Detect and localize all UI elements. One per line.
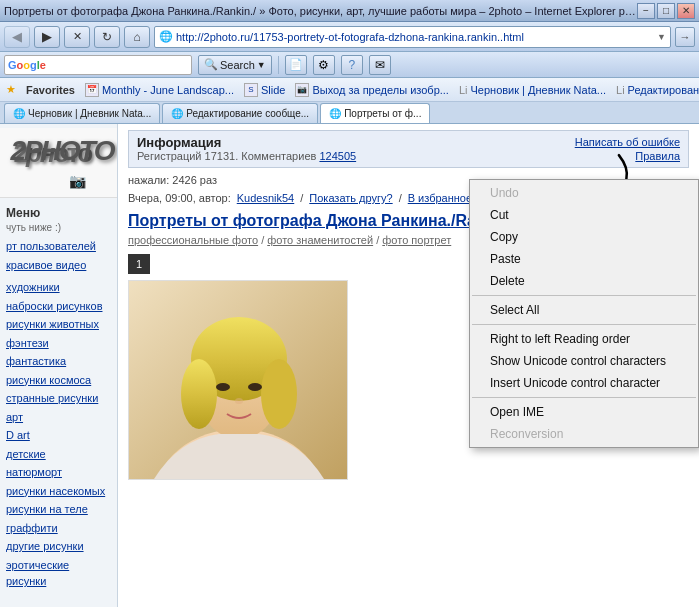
sidebar-link-12[interactable]: детские	[0, 445, 117, 464]
sidebar-link-5[interactable]: рисунки животных	[0, 315, 117, 334]
sidebar-link-18[interactable]: эротические рисунки	[0, 556, 117, 591]
search-button[interactable]: 🔍 Search ▼	[198, 55, 272, 75]
search-dropdown-icon: ▼	[257, 60, 266, 70]
svg-point-9	[235, 398, 243, 404]
ctx-undo[interactable]: Undo	[470, 182, 698, 204]
show-friend-link[interactable]: Показать другу?	[309, 192, 392, 204]
ctx-sep-3	[472, 397, 696, 398]
ctx-sep-2	[472, 324, 696, 325]
address-dropdown-icon[interactable]: ▼	[657, 32, 666, 42]
comments-link[interactable]: 124505	[319, 150, 356, 162]
title-bar: Портреты от фотографа Джона Ранкина./Ran…	[0, 0, 699, 22]
sidebar-link-14[interactable]: рисунки насекомых	[0, 482, 117, 501]
sidebar-link-8[interactable]: рисунки космоса	[0, 371, 117, 390]
fav-label-4: Редактирование сообще...	[628, 84, 699, 96]
google-search-input[interactable]	[48, 59, 188, 71]
home-button[interactable]: ⌂	[124, 26, 150, 48]
address-text: http://2photo.ru/11753-portrety-ot-fotog…	[176, 31, 657, 43]
favorites-item-0[interactable]: 📅 Monthly - June Landscap...	[85, 83, 234, 97]
svg-point-5	[181, 359, 217, 429]
extra-button[interactable]: ✉	[369, 55, 391, 75]
ctx-copy[interactable]: Copy	[470, 226, 698, 248]
favorites-item-4[interactable]: Li Редактирование сообще...	[616, 84, 699, 96]
sidebar-link-7[interactable]: фантастика	[0, 352, 117, 371]
sidebar-link-9[interactable]: странные рисунки	[0, 389, 117, 408]
tab-2[interactable]: 🌐 Портреты от ф...	[320, 103, 430, 123]
window-title: Портреты от фотографа Джона Ранкина./Ran…	[4, 5, 637, 17]
portrait-svg	[129, 280, 347, 479]
main-content: 2рното 2РНОТO 📷 Меню чуть ниже :) рт пол…	[0, 124, 699, 607]
favorites-star: ★	[6, 83, 16, 96]
tab-label-1: Редактирование сообще...	[186, 108, 309, 119]
address-bar[interactable]: 🌐 http://2photo.ru/11753-portrety-ot-fot…	[154, 26, 671, 48]
favorites-item-1[interactable]: S Slide	[244, 83, 285, 97]
svg-point-7	[216, 383, 230, 391]
close-button[interactable]: ✕	[677, 3, 695, 19]
tools-button[interactable]: ⚙	[313, 55, 335, 75]
sidebar-link-1[interactable]: красивое видео	[0, 256, 117, 275]
write-error-link[interactable]: Написать об ошибке	[575, 136, 680, 148]
ctx-delete[interactable]: Delete	[470, 270, 698, 292]
help-button[interactable]: ?	[341, 55, 363, 75]
ctx-insert-unicode[interactable]: Insert Unicode control character	[470, 372, 698, 394]
go-button[interactable]: →	[675, 27, 695, 47]
forward-button[interactable]: ▶	[34, 26, 60, 48]
ctx-sep-1	[472, 295, 696, 296]
fav-icon-1: S	[244, 83, 258, 97]
sidebar-link-10[interactable]: арт	[0, 408, 117, 427]
info-title: Информация	[137, 135, 356, 150]
sidebar-link-11[interactable]: D art	[0, 426, 117, 445]
breadcrumb-3[interactable]: фото портрет	[382, 234, 451, 246]
tabs-bar: 🌐 Черновик | Дневник Nata... 🌐 Редактиро…	[0, 102, 699, 124]
tab-0[interactable]: 🌐 Черновик | Дневник Nata...	[4, 103, 160, 123]
ctx-cut[interactable]: Cut	[470, 204, 698, 226]
ctx-paste[interactable]: Paste	[470, 248, 698, 270]
address-icon: 🌐	[159, 30, 173, 43]
sidebar-link-0[interactable]: рт пользователей	[0, 237, 117, 256]
maximize-button[interactable]: □	[657, 3, 675, 19]
info-sub-text: Регистраций 17131. Комментариев	[137, 150, 316, 162]
search-label: Search	[220, 59, 255, 71]
sidebar-link-16[interactable]: граффити	[0, 519, 117, 538]
sidebar-link-17[interactable]: другие рисунки	[0, 537, 117, 556]
sidebar-link-13[interactable]: натюрморт	[0, 463, 117, 482]
refresh-button[interactable]: ↻	[94, 26, 120, 48]
sidebar-link-6[interactable]: фэнтези	[0, 334, 117, 353]
tab-label-0: Черновик | Дневник Nata...	[28, 108, 151, 119]
ctx-open-ime[interactable]: Open IME	[470, 401, 698, 423]
svg-point-8	[248, 383, 262, 391]
fav-icon-4: Li	[616, 84, 625, 96]
post-author-link[interactable]: Kudesnik54	[237, 192, 295, 204]
toolbar-separator	[278, 56, 279, 74]
ctx-rtl[interactable]: Right to left Reading order	[470, 328, 698, 350]
info-section: Информация Регистраций 17131. Комментари…	[128, 130, 689, 168]
page-button[interactable]: 📄	[285, 55, 307, 75]
sidebar-link-3[interactable]: художники	[0, 278, 117, 297]
breadcrumb-1[interactable]: профессиональные фото	[128, 234, 258, 246]
toolbar2: Google 🔍 Search ▼ 📄 ⚙ ? ✉	[0, 52, 699, 78]
separator2: /	[399, 192, 402, 204]
google-search-box: Google	[4, 55, 192, 75]
info-right: Написать об ошибке Правила	[575, 135, 680, 163]
stop-button[interactable]: ✕	[64, 26, 90, 48]
ctx-show-unicode[interactable]: Show Unicode control characters	[470, 350, 698, 372]
tab-1[interactable]: 🌐 Редактирование сообще...	[162, 103, 318, 123]
favorites-item-3[interactable]: Li Черновик | Дневник Nata...	[459, 84, 606, 96]
back-button[interactable]: ◀	[4, 26, 30, 48]
breadcrumb-2[interactable]: фото знаменитостей	[267, 234, 373, 246]
badge-number: 1	[136, 258, 142, 270]
favorites-label: Favorites	[26, 84, 75, 96]
favorites-link[interactable]: В избранное	[408, 192, 472, 204]
ctx-reconversion[interactable]: Reconversion	[470, 423, 698, 445]
rules-link[interactable]: Правила	[635, 150, 680, 162]
back-icon: ◀	[12, 29, 22, 44]
separator1: /	[300, 192, 303, 204]
context-menu: Undo Cut Copy Paste Delete Select All Ri…	[469, 179, 699, 448]
sidebar-menu-label: Меню	[0, 202, 117, 222]
minimize-button[interactable]: −	[637, 3, 655, 19]
ctx-select-all[interactable]: Select All	[470, 299, 698, 321]
info-content: Информация Регистраций 17131. Комментари…	[137, 135, 356, 163]
sidebar-link-4[interactable]: наброски рисунков	[0, 297, 117, 316]
sidebar-link-15[interactable]: рисунки на теле	[0, 500, 117, 519]
favorites-item-2[interactable]: 📷 Выход за пределы изобр...	[295, 83, 448, 97]
